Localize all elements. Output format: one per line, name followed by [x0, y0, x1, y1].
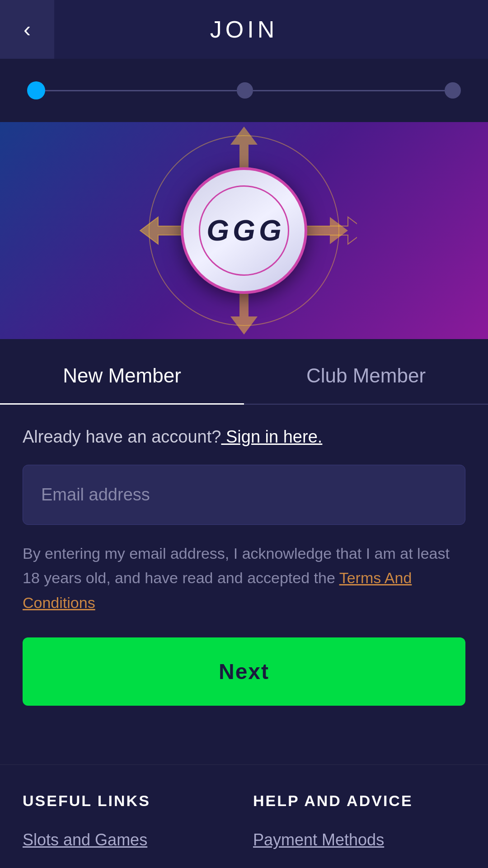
email-input[interactable] — [23, 465, 465, 525]
back-button[interactable]: ‹ — [0, 0, 54, 59]
chip-letter-1: G — [206, 214, 229, 247]
back-chevron-icon: ‹ — [23, 19, 31, 40]
chip-inner: G G G — [199, 185, 289, 276]
footer: USEFUL LINKS Slots and Games Live Casino… — [0, 764, 488, 868]
tab-club-member[interactable]: Club Member — [244, 348, 488, 405]
progress-line-1 — [45, 90, 237, 91]
casino-chip: G G G — [181, 167, 307, 294]
footer-columns: USEFUL LINKS Slots and Games Live Casino… — [23, 792, 465, 868]
already-account-label: Already have an account? — [23, 427, 221, 446]
header: ‹ JOIN — [0, 0, 488, 59]
content-area: Already have an account? Sign in here. B… — [0, 405, 488, 764]
chip-letter-2: G — [233, 214, 255, 247]
next-button[interactable]: Next — [23, 637, 465, 706]
progress-step-1 — [27, 81, 45, 99]
useful-links-column: USEFUL LINKS Slots and Games Live Casino… — [23, 792, 235, 868]
link-slots-and-games[interactable]: Slots and Games — [23, 830, 235, 851]
sign-in-link[interactable]: Sign in here. — [221, 427, 322, 446]
progress-indicator — [0, 59, 488, 122]
already-account-text: Already have an account? Sign in here. — [23, 427, 465, 447]
help-advice-title: HELP AND ADVICE — [253, 792, 465, 810]
hero-banner: G G G — [0, 122, 488, 339]
link-payment-methods[interactable]: Payment Methods — [253, 830, 465, 851]
progress-step-2 — [237, 82, 253, 99]
progress-step-3 — [445, 82, 461, 99]
chip-visual: G G G — [181, 167, 307, 294]
disclaimer-text: By entering my email address, I acknowle… — [23, 541, 465, 615]
page-title: JOIN — [54, 16, 488, 43]
useful-links-title: USEFUL LINKS — [23, 792, 235, 810]
tab-new-member[interactable]: New Member — [0, 348, 244, 405]
help-advice-column: HELP AND ADVICE Payment Methods Complain… — [253, 792, 465, 868]
chip-letter-3: G — [259, 214, 282, 247]
progress-line-2 — [253, 90, 445, 91]
tabs: New Member Club Member — [0, 348, 488, 405]
